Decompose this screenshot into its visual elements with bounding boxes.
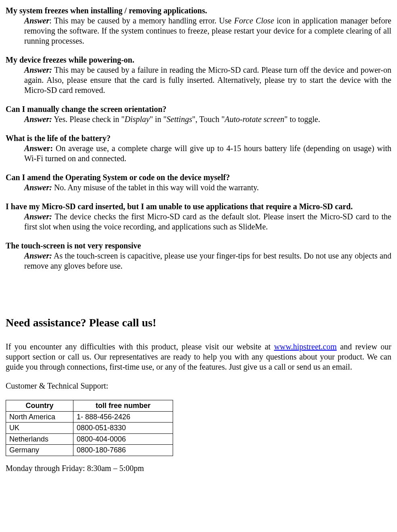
answer-text: This may be caused by a failure in readi… — [24, 65, 391, 95]
website-link[interactable]: www.hipstreet.com — [274, 342, 336, 351]
answer-text-italic: Auto-rotate screen — [225, 115, 284, 124]
faq-question: My system freezes when installing / remo… — [6, 6, 391, 16]
answer-text: The device checks the first Micro-SD car… — [24, 212, 391, 231]
faq-answer: Answer: This may be caused by a memory h… — [24, 16, 391, 46]
assist-heading: Need assistance? Please call us! — [6, 315, 391, 330]
faq-answer: Answer: This may be caused by a failure … — [24, 65, 391, 95]
table-row: Germany 0800-180-7686 — [6, 445, 173, 456]
table-row: North America 1- 888-456-2426 — [6, 411, 173, 423]
answer-text-part: " in " — [150, 115, 167, 124]
answer-text-part: Yes. Please check in " — [52, 115, 125, 124]
answer-label: Answer: — [24, 212, 52, 221]
table-cell-number: 0800-180-7686 — [73, 445, 173, 456]
faq-answer: Answer: No. Any misuse of the tablet in … — [24, 183, 391, 193]
table-cell-country: North America — [6, 411, 73, 423]
assist-paragraph: If you encounter any difficulties with t… — [6, 342, 391, 372]
faq-answer: Answer: As the touch-screen is capacitiv… — [24, 251, 391, 271]
table-cell-country: UK — [6, 423, 73, 434]
support-table: Country toll free number North America 1… — [6, 400, 173, 456]
faq-question: The touch-screen is not very responsive — [6, 241, 391, 251]
answer-text: As the touch-screen is capacitive, pleas… — [24, 251, 391, 270]
answer-label: Answer: — [24, 115, 52, 124]
table-header-row: Country toll free number — [6, 400, 173, 412]
faq-question: My device freezes while powering-on. — [6, 55, 391, 65]
faq-answer: Answer: The device checks the first Micr… — [24, 212, 391, 232]
table-cell-country: Netherlands — [6, 433, 73, 445]
support-label: Customer & Technical Support: — [6, 381, 391, 391]
table-row: Netherlands 0800-404-0006 — [6, 433, 173, 445]
answer-text-italic: Force Close — [234, 16, 274, 25]
table-cell-number: 0800-404-0006 — [73, 433, 173, 445]
answer-text-part: ", Touch " — [192, 115, 225, 124]
faq-question: I have my Micro-SD card inserted, but I … — [6, 202, 391, 212]
faq-answer: Answer: Yes. Please check in "Display" i… — [24, 114, 391, 124]
answer-label: Answer: — [24, 144, 53, 153]
answer-text-part: : This may be caused by a memory handlin… — [49, 16, 234, 25]
answer-label: Answer — [24, 16, 49, 25]
answer-label: Answer: — [24, 251, 52, 260]
table-cell-number: 1- 888-456-2426 — [73, 411, 173, 423]
answer-text-part: " to toggle. — [284, 115, 320, 124]
faq-question: What is the life of the battery? — [6, 133, 391, 143]
answer-text-italic: Settings — [167, 115, 192, 124]
answer-label: Answer: — [24, 183, 52, 192]
table-row: UK 0800-051-8330 — [6, 423, 173, 434]
answer-text: On average use, a complete charge will g… — [24, 144, 391, 163]
table-cell-number: 0800-051-8330 — [73, 423, 173, 434]
support-hours: Monday through Friday: 8:30am – 5:00pm — [6, 463, 391, 473]
faq-question: Can I amend the Operating System or code… — [6, 172, 391, 183]
answer-text: No. Any misuse of the tablet in this way… — [52, 183, 259, 192]
table-header-country: Country — [6, 400, 73, 412]
answer-label: Answer: — [24, 65, 52, 74]
table-cell-country: Germany — [6, 445, 73, 456]
faq-answer: Answer: On average use, a complete charg… — [24, 143, 391, 164]
assist-text: If you encounter any difficulties with t… — [6, 342, 274, 351]
faq-question: Can I manually change the screen orienta… — [6, 104, 391, 114]
answer-text-italic: Display — [125, 115, 150, 124]
table-header-number: toll free number — [73, 400, 173, 412]
